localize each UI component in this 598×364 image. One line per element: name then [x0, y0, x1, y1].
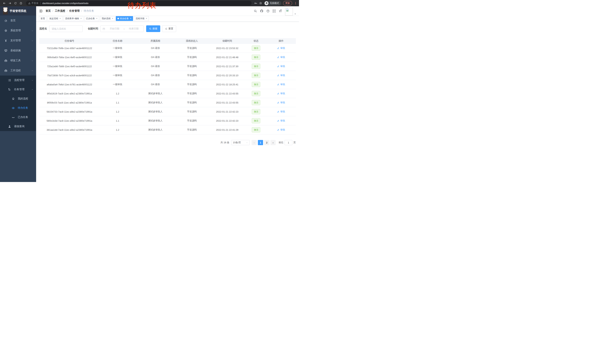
browser-forward-icon[interactable] [8, 1, 12, 6]
approve-link[interactable]: 审批 [277, 119, 285, 122]
tab-close-icon[interactable]: × [59, 17, 61, 20]
prev-page-button[interactable]: ‹ [252, 140, 257, 145]
approve-link[interactable]: 审批 [277, 101, 285, 104]
approve-link[interactable]: 审批 [277, 83, 285, 86]
task-id-cell: a6aba0a4-7b6d-11ec-b781-acde48001122 [39, 83, 100, 86]
tab-close-icon[interactable]: × [130, 17, 131, 20]
next-page-button[interactable]: › [270, 140, 276, 145]
sidebar-item-11[interactable]: 请假查询 [0, 122, 36, 131]
tab-2[interactable]: 流程表单-编辑× [63, 16, 83, 21]
page-button-2[interactable]: 2 [264, 140, 269, 145]
sidebar-item-4[interactable]: 研发工具 [0, 56, 36, 65]
avatar[interactable] [285, 8, 293, 16]
edit-pen-icon [277, 83, 280, 86]
start-date-placeholder[interactable]: 开始日期 [107, 27, 122, 30]
search-button[interactable]: 搜索 [146, 25, 160, 32]
create-time-label: 创建时间 [88, 27, 98, 30]
chevron-down-icon [31, 59, 33, 62]
sidebar-item-10[interactable]: 已办任务 [0, 113, 36, 122]
navbar: 首页/工作流程/任务管理/待办任务 [36, 6, 299, 16]
status-badge: 激活 [252, 109, 260, 114]
sidebar-item-8[interactable]: 我的流程 [0, 94, 36, 103]
status-badge: 激活 [252, 100, 260, 105]
sidebar-logo[interactable]: 芋道管理系统 [0, 6, 36, 16]
breadcrumb-item-2[interactable]: 任务管理 [69, 9, 80, 13]
sidebar-item-label: 首页 [10, 19, 33, 22]
tab-close-icon[interactable]: × [96, 17, 98, 20]
tab-close-icon[interactable]: × [146, 17, 147, 20]
approve-link[interactable]: 审批 [277, 74, 285, 77]
process-name-input[interactable] [49, 25, 83, 32]
github-icon[interactable] [260, 9, 263, 13]
calendar-icon [102, 27, 105, 30]
reset-button-label: 重置 [168, 27, 173, 30]
breadcrumb-item-0[interactable]: 首页 [46, 9, 51, 13]
task-name-cell: 一级审批 [100, 83, 135, 86]
task-name-cell: 1.2 [100, 92, 135, 95]
browser-back-icon[interactable] [2, 1, 7, 6]
task-name-cell: 一级审批 [100, 47, 135, 50]
approve-link[interactable]: 审批 [277, 65, 285, 68]
sidebar-item-0[interactable]: 首页 [0, 16, 36, 25]
approve-link[interactable]: 审批 [277, 92, 285, 95]
tab-close-icon[interactable]: × [112, 17, 113, 20]
chevron-down-icon [31, 49, 33, 52]
incognito-icon [265, 1, 268, 5]
toolbox-icon [4, 59, 8, 62]
avatar-menu[interactable] [285, 6, 296, 16]
approve-link[interactable]: 审批 [277, 110, 285, 113]
font-size-icon[interactable] [279, 9, 282, 13]
browser-reload-icon[interactable] [13, 1, 18, 6]
tab-1[interactable]: 发起流程× [48, 16, 62, 21]
tab-3[interactable]: 已办任务× [84, 16, 99, 21]
tab-4[interactable]: 我的流程× [100, 16, 115, 21]
avatar-caret-icon [294, 12, 296, 16]
sidebar-item-6[interactable]: 流程管理 [0, 75, 36, 85]
sidebar-item-9[interactable]: 待办任务 [0, 103, 36, 113]
sidebar-item-5[interactable]: 工作流程 [0, 65, 36, 75]
create-time-cell: 2022-01-22 21:48:48 [208, 56, 246, 59]
page-size-value: 10条/页 [233, 141, 241, 144]
header-search-icon[interactable] [254, 9, 257, 13]
approve-link[interactable]: 审批 [277, 56, 285, 59]
security-warning[interactable]: 不安全 [28, 2, 39, 5]
table-row: 725a1eb6-7b88-11ec-8ef0-acde48001122一级审批… [39, 62, 296, 71]
approve-link[interactable]: 审批 [277, 128, 285, 131]
column-header-3: 流程发起人 [175, 39, 208, 43]
tab-6[interactable]: 流程详情× [134, 16, 149, 21]
page-button-1[interactable]: 1 [258, 140, 263, 145]
breadcrumb-item-1[interactable]: 工作流程 [55, 9, 65, 13]
password-key-icon[interactable] [254, 2, 257, 5]
task-name-cell: 1.2 [100, 129, 135, 131]
tab-label: 流程表单-编辑 [65, 17, 79, 20]
sidebar-item-1[interactable]: 系统管理 [0, 25, 36, 36]
reset-button[interactable]: 重置 [162, 25, 176, 32]
sidebar-collapse-icon[interactable] [39, 9, 43, 13]
tab-0[interactable]: 首页 [39, 16, 47, 21]
starter-cell: 芋道源码 [175, 101, 208, 104]
table-row: 58154733-7ac8-11ec-a9e2-a2380e71991a1.2测… [39, 107, 296, 116]
bookmark-star-icon[interactable] [259, 2, 262, 5]
browser-menu-icon[interactable] [294, 2, 297, 5]
sidebar-item-3[interactable]: 基础设施 [0, 46, 36, 56]
table-body: 73211d9d-7b9b-11ec-b5b7-acde48001122一级审批… [39, 44, 296, 134]
browser-update-button[interactable]: 更新 [283, 1, 292, 6]
dashboard-icon [4, 19, 8, 22]
task-table: 任务编号任务名称所属流程流程发起人创建时间状态操作 73211d9d-7b9b-… [39, 38, 296, 134]
approve-link[interactable]: 审批 [277, 47, 285, 50]
end-date-placeholder[interactable]: 结束日期 [126, 27, 141, 30]
page-size-select[interactable]: 10条/页 [231, 140, 250, 145]
tab-close-icon[interactable]: × [80, 17, 82, 20]
date-range-picker[interactable]: 开始日期 - 结束日期 [100, 25, 144, 32]
tab-5[interactable]: 待办任务× [116, 16, 133, 21]
goto-page-input[interactable] [284, 140, 292, 145]
help-icon[interactable] [266, 9, 270, 13]
sidebar-item-2[interactable]: 支付管理 [0, 36, 36, 46]
browser-home-icon[interactable] [18, 1, 23, 6]
process-cell: OA 请假 [135, 74, 175, 77]
sidebar-item-label: 基础设施 [10, 49, 31, 52]
sidebar-item-7[interactable]: 任务管理 [0, 85, 36, 94]
fullscreen-icon[interactable] [273, 9, 276, 13]
logo-title: 芋道管理系统 [10, 9, 26, 13]
task-id-cell: 58154733-7ac8-11ec-a9e2-a2380e71991a [39, 110, 100, 113]
